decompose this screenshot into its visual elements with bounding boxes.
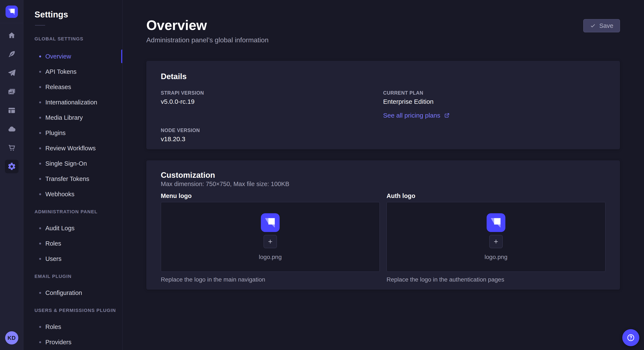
subnav-item-label: Releases [45,84,71,91]
subnav-item-admin-roles[interactable]: Roles [24,236,122,251]
logo-upload-grid: Menu logo logo.png [161,192,606,283]
rail-divider [0,23,24,23]
subnav-item-label: Providers [45,339,72,346]
menu-logo-hint: Replace the logo in the main navigation [161,276,380,283]
auth-logo-dropzone[interactable]: logo.png [386,202,606,272]
subnav-item-webhooks[interactable]: Webhooks [24,186,122,202]
save-button-label: Save [599,22,613,29]
node-version-field: NODE VERSION v18.20.3 [161,128,383,143]
subnav-item-audit-logs[interactable]: Audit Logs [24,220,122,236]
menu-logo-label: Menu logo [161,192,380,199]
customization-card-title: Customization [161,171,606,180]
email-plugin-list: Configuration [24,285,122,301]
bullet-icon [39,132,41,134]
subnav-item-transfer-tokens[interactable]: Transfer Tokens [24,171,122,186]
customization-card-subtitle: Max dimension: 750×750, Max file size: 1… [161,180,606,187]
current-plan-field: CURRENT PLAN Enterprise Edition [383,90,606,105]
subnav-title-divider [35,25,45,25]
subnav-item-overview[interactable]: Overview [24,49,122,64]
bullet-icon [39,163,41,165]
active-indicator [121,49,122,63]
page-header: Overview Administration panel’s global i… [146,18,620,44]
subnav-item-label: Configuration [45,289,82,296]
subnav-item-label: Transfer Tokens [45,175,89,182]
plus-icon [267,238,274,245]
page-title: Overview [146,18,268,33]
page-header-text: Overview Administration panel’s global i… [146,18,268,44]
subnav-item-releases[interactable]: Releases [24,79,122,95]
subnav-item-api-tokens[interactable]: API Tokens [24,64,122,79]
section-label-administration-panel: ADMINISTRATION PANEL [34,209,122,214]
subnav-item-up-providers[interactable]: Providers [24,335,122,350]
bullet-icon [39,227,41,229]
subnav-item-label: Roles [45,240,61,247]
field-value: v5.0.0-rc.19 [161,98,383,105]
user-avatar[interactable]: KD [5,331,18,345]
cloud-icon[interactable] [5,122,18,136]
add-auth-logo-button[interactable] [490,235,502,248]
strapi-logo-preview [261,213,280,232]
help-button[interactable] [622,329,639,346]
subnav-title: Settings [34,9,122,19]
pricing-plans-link[interactable]: See all pricing plans [383,112,450,119]
bullet-icon [39,86,41,88]
details-card: Details STRAPI VERSION v5.0.0-rc.19 NODE… [146,61,620,149]
bullet-icon [39,178,41,180]
subnav-item-label: API Tokens [45,68,76,75]
bullet-icon [39,147,41,149]
auth-logo-label: Auth logo [386,192,606,199]
auth-logo-group: Auth logo logo.png [386,192,606,283]
menu-logo-dropzone[interactable]: logo.png [161,202,380,272]
paper-plane-icon[interactable] [5,66,18,80]
bullet-icon [39,55,41,57]
feather-icon[interactable] [5,47,18,61]
subnav-item-review-workflows[interactable]: Review Workflows [24,141,122,156]
bullet-icon [39,101,41,103]
subnav-item-label: Roles [45,324,61,331]
settings-subnav: Settings GLOBAL SETTINGS Overview API To… [24,0,122,350]
field-label: STRAPI VERSION [161,90,383,96]
main-content: Overview Administration panel’s global i… [122,0,644,350]
question-mark-icon [626,334,635,342]
add-menu-logo-button[interactable] [264,235,277,248]
subnav-item-email-configuration[interactable]: Configuration [24,285,122,301]
strapi-logo-glyph [6,5,18,18]
auth-logo-hint: Replace the logo in the authentication p… [386,276,606,283]
save-button[interactable]: Save [583,19,620,32]
layout-icon[interactable] [5,104,18,117]
subnav-item-label: Audit Logs [45,225,74,232]
strapi-logo[interactable] [6,5,18,18]
subnav-item-up-roles[interactable]: Roles [24,319,122,335]
subnav-item-single-sign-on[interactable]: Single Sign-On [24,156,122,171]
bullet-icon [39,326,41,328]
subnav-item-label: Users [45,255,62,262]
field-value: Enterprise Edition [383,98,606,105]
subnav-item-label: Review Workflows [45,145,96,152]
menu-logo-group: Menu logo logo.png [161,192,380,283]
details-column-left: STRAPI VERSION v5.0.0-rc.19 NODE VERSION… [161,90,383,143]
section-label-email-plugin: EMAIL PLUGIN [34,274,122,279]
pictures-icon[interactable] [5,85,18,98]
subnav-item-media-library[interactable]: Media Library [24,110,122,125]
subnav-item-label: Single Sign-On [45,160,87,167]
details-column-right: CURRENT PLAN Enterprise Edition See all … [383,90,606,143]
page-subtitle: Administration panel’s global informatio… [146,36,268,44]
bullet-icon [39,193,41,195]
subnav-item-plugins[interactable]: Plugins [24,125,122,141]
bullet-icon [39,243,41,245]
home-icon[interactable] [5,29,18,42]
subnav-item-internationalization[interactable]: Internationalization [24,95,122,110]
strapi-logo-glyph [486,213,505,232]
main-nav-rail: KD [0,0,24,350]
strapi-logo-preview [486,213,505,232]
external-link-icon [444,113,450,118]
subnav-item-admin-users[interactable]: Users [24,251,122,266]
auth-logo-filename: logo.png [484,254,507,260]
users-permissions-list: Roles Providers [24,319,122,350]
check-icon [590,23,596,29]
field-label: NODE VERSION [161,128,383,133]
gear-icon[interactable] [5,160,18,173]
bullet-icon [39,258,41,260]
cart-icon[interactable] [5,141,18,155]
rail-nav-items [5,29,18,173]
